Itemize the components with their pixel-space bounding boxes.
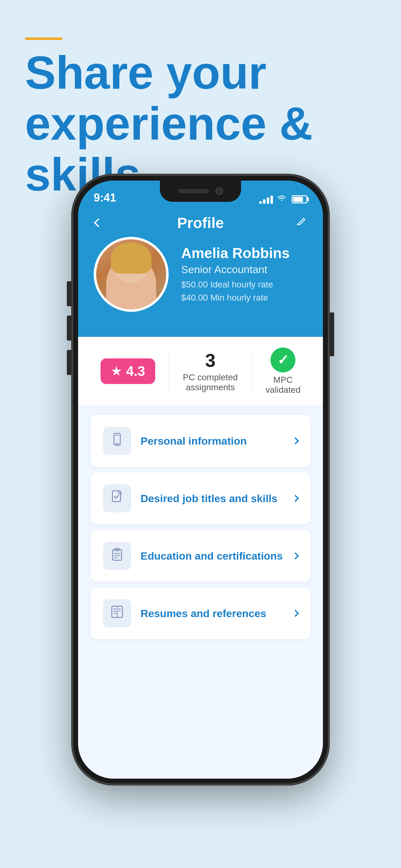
document-check-icon bbox=[110, 490, 124, 507]
resumes-chevron-icon bbox=[292, 610, 299, 617]
profile-rates: $50.00 Ideal hourly rate $40.00 Min hour… bbox=[181, 278, 307, 304]
stats-section: ★ 4.3 3 PC completedassignments ✓ MPCval… bbox=[78, 337, 323, 406]
header-nav: Profile bbox=[78, 209, 323, 237]
star-icon: ★ bbox=[110, 363, 123, 379]
phone-notch bbox=[160, 181, 241, 202]
personal-info-icon-box bbox=[103, 427, 131, 455]
personal-info-label: Personal information bbox=[140, 435, 293, 447]
page-title: Profile bbox=[177, 214, 224, 231]
avatar-hair bbox=[111, 243, 152, 274]
signal-bar-1 bbox=[259, 201, 262, 204]
phone-outer: 9:41 bbox=[72, 175, 329, 784]
assignments-label: PC completedassignments bbox=[183, 372, 238, 393]
edit-button[interactable] bbox=[296, 216, 307, 230]
avatar-image bbox=[96, 239, 166, 309]
profile-job-title: Senior Accountant bbox=[181, 264, 307, 276]
clipboard-icon bbox=[110, 547, 124, 565]
assignments-stat: 3 PC completedassignments bbox=[183, 350, 238, 393]
notch-speaker bbox=[178, 189, 209, 193]
battery-icon bbox=[292, 195, 307, 204]
menu-item-personal-info[interactable]: Personal information bbox=[91, 415, 310, 467]
education-label: Education and certifications bbox=[140, 550, 293, 562]
assignments-count: 3 bbox=[183, 350, 238, 371]
signal-bar-4 bbox=[270, 195, 273, 204]
svg-rect-2 bbox=[115, 435, 119, 436]
phone-device: 9:41 bbox=[72, 175, 329, 784]
back-chevron-icon bbox=[94, 218, 103, 227]
signal-bar-3 bbox=[267, 197, 269, 204]
avatar bbox=[94, 237, 169, 312]
signal-bars-icon bbox=[259, 195, 273, 204]
hero-accent-line bbox=[25, 37, 63, 40]
profile-name: Amelia Robbins bbox=[181, 245, 307, 261]
mpc-stat: ✓ MPCvalidated bbox=[265, 347, 300, 395]
back-button[interactable] bbox=[91, 215, 106, 230]
signal-bar-2 bbox=[263, 199, 265, 204]
phone-icon bbox=[110, 432, 124, 450]
hero-line1: Share your bbox=[25, 47, 266, 98]
profile-info: Amelia Robbins Senior Accountant $50.00 … bbox=[181, 245, 307, 304]
wifi-icon bbox=[277, 194, 287, 204]
rating-badge: ★ 4.3 bbox=[101, 359, 155, 384]
rating-value: 4.3 bbox=[126, 363, 145, 379]
svg-rect-4 bbox=[113, 550, 122, 560]
personal-info-chevron-icon bbox=[292, 437, 299, 445]
job-titles-icon-box bbox=[103, 484, 131, 513]
checkmark-icon: ✓ bbox=[277, 352, 289, 368]
menu-item-education[interactable]: Education and certifications bbox=[91, 530, 310, 582]
min-rate: $40.00 Min hourly rate bbox=[181, 291, 307, 304]
education-icon-box bbox=[103, 542, 131, 570]
resumes-label: Resumes and references bbox=[140, 608, 293, 620]
ideal-rate: $50.00 Ideal hourly rate bbox=[181, 278, 307, 291]
status-time: 9:41 bbox=[94, 191, 116, 204]
menu-section: Personal information Desired jo bbox=[91, 415, 310, 645]
book-icon bbox=[110, 604, 124, 622]
phone-screen: 9:41 bbox=[78, 181, 323, 779]
status-icons bbox=[259, 194, 307, 204]
menu-item-job-titles[interactable]: Desired job titles and skills bbox=[91, 472, 310, 524]
education-chevron-icon bbox=[292, 552, 299, 560]
notch-camera bbox=[215, 187, 223, 195]
stat-divider-1 bbox=[169, 352, 169, 390]
job-titles-label: Desired job titles and skills bbox=[140, 492, 293, 505]
mpc-label: MPCvalidated bbox=[265, 375, 300, 395]
battery-fill bbox=[293, 197, 303, 202]
svg-rect-1 bbox=[115, 443, 119, 444]
stat-divider-2 bbox=[252, 352, 252, 390]
profile-section: Amelia Robbins Senior Accountant $50.00 … bbox=[78, 237, 323, 312]
resumes-icon-box bbox=[103, 599, 131, 627]
menu-item-resumes[interactable]: Resumes and references bbox=[91, 587, 310, 639]
mpc-badge: ✓ bbox=[270, 347, 295, 372]
svg-rect-3 bbox=[112, 491, 121, 501]
edit-pencil-icon bbox=[296, 217, 307, 230]
job-titles-chevron-icon bbox=[292, 495, 299, 502]
